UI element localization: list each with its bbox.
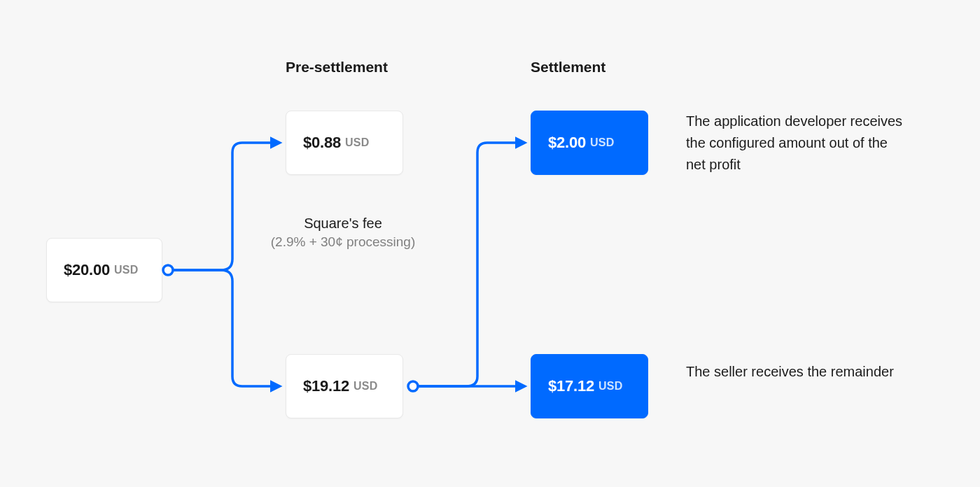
amount-value: $2.00 [548, 134, 586, 152]
fee-caption-sub: (2.9% + 30¢ processing) [251, 234, 435, 250]
currency-label: USD [345, 136, 369, 149]
currency-label: USD [114, 264, 138, 276]
connector-arrow-icon [419, 143, 525, 386]
connector-node-icon [163, 265, 173, 275]
card-source-amount: $20.00 USD [46, 238, 162, 302]
text-developer: The application developer receives the c… [686, 111, 910, 176]
connector-node-icon [408, 381, 418, 391]
amount-value: $20.00 [64, 261, 110, 279]
text-seller: The seller receives the remainder [686, 361, 894, 383]
amount-value: $17.12 [548, 377, 594, 395]
card-developer-amount: $2.00 USD [531, 111, 648, 175]
card-seller-amount: $17.12 USD [531, 354, 648, 418]
card-net-amount: $19.12 USD [286, 354, 403, 418]
heading-settlement: Settlement [531, 59, 606, 76]
currency-label: USD [590, 136, 614, 149]
card-fee-amount: $0.88 USD [286, 111, 403, 175]
currency-label: USD [598, 380, 622, 393]
diagram-canvas: Pre-settlement Settlement $20.00 USD $0.… [0, 0, 980, 487]
heading-pre-settlement: Pre-settlement [286, 59, 388, 76]
currency-label: USD [354, 380, 377, 393]
amount-value: $19.12 [303, 377, 349, 395]
amount-value: $0.88 [303, 134, 341, 152]
connector-arrow-icon [174, 143, 280, 270]
fee-caption-title: Square's fee [251, 216, 435, 232]
connector-arrow-icon [174, 270, 280, 386]
fee-caption: Square's fee (2.9% + 30¢ processing) [251, 216, 435, 250]
